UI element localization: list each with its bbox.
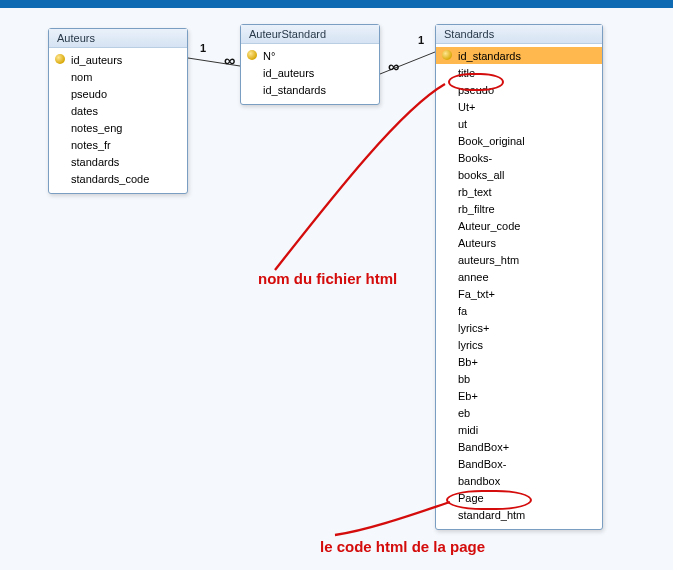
field-auteur-code[interactable]: Auteur_code (436, 217, 602, 234)
field-nom[interactable]: nom (49, 68, 187, 85)
annotation-text-1: nom du fichier html (258, 270, 397, 287)
field-books-minus[interactable]: Books- (436, 149, 602, 166)
field-notes-fr[interactable]: notes_fr (49, 136, 187, 153)
annotation-text-2: le code html de la page (320, 538, 485, 555)
table-standards[interactable]: Standards id_standards title pseudo Ut+ … (435, 24, 603, 530)
field-dates[interactable]: dates (49, 102, 187, 119)
field-eb[interactable]: eb (436, 404, 602, 421)
table-auteurs-header[interactable]: Auteurs (49, 29, 187, 48)
table-auteurs[interactable]: Auteurs id_auteurs nom pseudo dates note… (48, 28, 188, 194)
table-standards-header[interactable]: Standards (436, 25, 602, 44)
relation-r2-one: 1 (418, 34, 424, 46)
field-lyrics[interactable]: lyrics (436, 336, 602, 353)
field-n[interactable]: N° (241, 47, 379, 64)
field-bandbox-minus[interactable]: BandBox- (436, 455, 602, 472)
field-midi[interactable]: midi (436, 421, 602, 438)
field-standards[interactable]: standards (49, 153, 187, 170)
field-id-auteurs[interactable]: id_auteurs (49, 51, 187, 68)
field-rb-text[interactable]: rb_text (436, 183, 602, 200)
field-bandbox[interactable]: bandbox (436, 472, 602, 489)
field-standard-htm[interactable]: standard_htm (436, 506, 602, 523)
field-s-pseudo[interactable]: pseudo (436, 81, 602, 98)
field-ut[interactable]: ut (436, 115, 602, 132)
table-auteurstandard-header[interactable]: AuteurStandard (241, 25, 379, 44)
field-id-standards[interactable]: id_standards (436, 47, 602, 64)
table-auteurstandard[interactable]: AuteurStandard N° id_auteurs id_standard… (240, 24, 380, 105)
relation-r1-many: ∞ (224, 56, 235, 66)
field-annee[interactable]: annee (436, 268, 602, 285)
field-rb-filtre[interactable]: rb_filtre (436, 200, 602, 217)
field-as-id-standards[interactable]: id_standards (241, 81, 379, 98)
table-auteurstandard-fields: N° id_auteurs id_standards (241, 44, 379, 104)
field-pseudo[interactable]: pseudo (49, 85, 187, 102)
field-ut-plus[interactable]: Ut+ (436, 98, 602, 115)
field-standards-code[interactable]: standards_code (49, 170, 187, 187)
field-book-original[interactable]: Book_original (436, 132, 602, 149)
table-standards-fields: id_standards title pseudo Ut+ ut Book_or… (436, 44, 602, 529)
annotation-arrow-1 (270, 80, 460, 280)
field-auteurs-s[interactable]: Auteurs (436, 234, 602, 251)
field-books-all[interactable]: books_all (436, 166, 602, 183)
field-eb-plus[interactable]: Eb+ (436, 387, 602, 404)
field-page[interactable]: Page (436, 489, 602, 506)
relation-r2-many: ∞ (388, 62, 399, 72)
field-fa[interactable]: fa (436, 302, 602, 319)
field-notes-eng[interactable]: notes_eng (49, 119, 187, 136)
field-as-id-auteurs[interactable]: id_auteurs (241, 64, 379, 81)
app-titlebar (0, 0, 673, 8)
field-bandbox-plus[interactable]: BandBox+ (436, 438, 602, 455)
field-bb[interactable]: bb (436, 370, 602, 387)
field-bb-plus[interactable]: Bb+ (436, 353, 602, 370)
field-title[interactable]: title (436, 64, 602, 81)
field-auteurs-htm[interactable]: auteurs_htm (436, 251, 602, 268)
field-lyrics-plus[interactable]: lyrics+ (436, 319, 602, 336)
table-auteurs-fields: id_auteurs nom pseudo dates notes_eng no… (49, 48, 187, 193)
field-fa-txt-plus[interactable]: Fa_txt+ (436, 285, 602, 302)
relation-r1-one: 1 (200, 42, 206, 54)
